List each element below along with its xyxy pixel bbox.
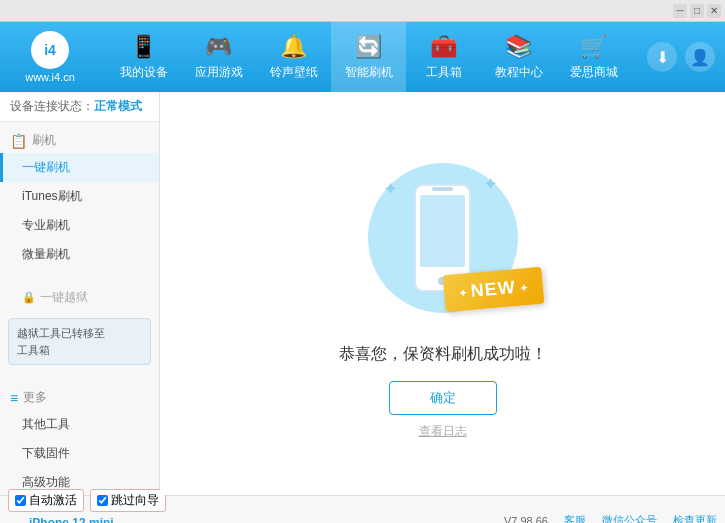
sidebar: 设备连接状态：正常模式 📋 刷机 一键刷机 iTunes刷机 专业刷机 微量刷机…: [0, 92, 160, 495]
footer-right: V7.98.66 客服 微信公众号 检查更新: [504, 513, 717, 523]
download-button[interactable]: ⬇: [647, 42, 677, 72]
check-update-link[interactable]: 检查更新: [673, 513, 717, 523]
sidebar-item-pro-flash[interactable]: 专业刷机: [0, 211, 159, 240]
status-label: 设备连接状态：: [10, 99, 94, 113]
nav-toolbox[interactable]: 🧰 工具箱: [406, 22, 481, 92]
sidebar-item-one-key-flash[interactable]: 一键刷机: [0, 153, 159, 182]
nav-app-games[interactable]: 🎮 应用游戏: [181, 22, 256, 92]
device-details: iPhone 12 mini 64GB Down-12mini-13,1: [29, 516, 114, 523]
sidebar-item-download-firmware[interactable]: 下载固件: [0, 439, 159, 468]
flash-section-icon: 📋: [10, 133, 27, 149]
jailbreak-section: 🔒 一键越狱 越狱工具已转移至工具箱: [0, 277, 159, 371]
checkbox-auto-activate[interactable]: 自动激活: [8, 489, 84, 512]
logo: i4 www.i4.cn: [10, 31, 90, 83]
nav-bar: 📱 我的设备 🎮 应用游戏 🔔 铃声壁纸 🔄 智能刷机 🧰 工具箱 📚 教程中心…: [100, 22, 637, 92]
sidebar-item-other-tools[interactable]: 其他工具: [0, 410, 159, 439]
header: i4 www.i4.cn 📱 我的设备 🎮 应用游戏 🔔 铃声壁纸 🔄 智能刷机…: [0, 22, 725, 92]
flash-section-label: 刷机: [32, 132, 56, 149]
service-link[interactable]: 客服: [564, 513, 586, 523]
more-section-label: 更多: [23, 389, 47, 406]
confirm-button[interactable]: 确定: [389, 381, 497, 415]
device-name: iPhone 12 mini: [29, 516, 114, 523]
new-badge: NEW: [443, 266, 544, 311]
auto-activate-label: 自动激活: [29, 492, 77, 509]
store-icon: 🛒: [580, 34, 607, 60]
close-button[interactable]: ✕: [707, 4, 721, 18]
jailbreak-header: 🔒 一键越狱: [0, 283, 159, 312]
more-section-icon: ≡: [10, 390, 18, 406]
illustration: ✦ ✦ NEW: [353, 148, 533, 328]
wechat-link[interactable]: 微信公众号: [602, 513, 657, 523]
nav-ringtone-label: 铃声壁纸: [270, 64, 318, 81]
checkbox-group: 自动激活 跳过向导: [8, 489, 168, 512]
my-device-icon: 📱: [130, 34, 157, 60]
sidebar-item-itunes-flash[interactable]: iTunes刷机: [0, 182, 159, 211]
nav-my-device-label: 我的设备: [120, 64, 168, 81]
version-label: V7.98.66: [504, 515, 548, 524]
auto-activate-checkbox[interactable]: [15, 495, 26, 506]
footer-area: 自动激活 跳过向导 📱 iPhone 12 mini 64GB Down-12m…: [0, 495, 725, 523]
svg-rect-1: [420, 195, 465, 267]
daily-log-link[interactable]: 查看日志: [419, 423, 467, 440]
sidebar-item-recovery-flash[interactable]: 微量刷机: [0, 240, 159, 269]
flash-section: 📋 刷机 一键刷机 iTunes刷机 专业刷机 微量刷机: [0, 122, 159, 269]
nav-my-device[interactable]: 📱 我的设备: [106, 22, 181, 92]
nav-app-games-label: 应用游戏: [195, 64, 243, 81]
skip-wizard-label: 跳过向导: [111, 492, 159, 509]
smart-flash-icon: 🔄: [355, 34, 382, 60]
logo-icon: i4: [31, 31, 69, 69]
tutorial-icon: 📚: [505, 34, 532, 60]
header-right: ⬇ 👤: [647, 42, 715, 72]
user-button[interactable]: 👤: [685, 42, 715, 72]
maximize-button[interactable]: □: [690, 4, 704, 18]
logo-url: www.i4.cn: [25, 71, 75, 83]
skip-wizard-checkbox[interactable]: [97, 495, 108, 506]
nav-ringtone[interactable]: 🔔 铃声壁纸: [256, 22, 331, 92]
nav-store-label: 爱思商城: [570, 64, 618, 81]
main-area: 设备连接状态：正常模式 📋 刷机 一键刷机 iTunes刷机 专业刷机 微量刷机…: [0, 92, 725, 495]
nav-store[interactable]: 🛒 爱思商城: [556, 22, 631, 92]
nav-smart-flash-label: 智能刷机: [345, 64, 393, 81]
flash-section-header: 📋 刷机: [0, 128, 159, 153]
jailbreak-info: 越狱工具已转移至工具箱: [8, 318, 151, 365]
nav-tutorial-label: 教程中心: [495, 64, 543, 81]
minimize-button[interactable]: ─: [673, 4, 687, 18]
nav-toolbox-label: 工具箱: [426, 64, 462, 81]
footer-left: 自动激活 跳过向导 📱 iPhone 12 mini 64GB Down-12m…: [8, 489, 168, 523]
device-status: 设备连接状态：正常模式: [0, 92, 159, 122]
checkbox-skip-wizard[interactable]: 跳过向导: [90, 489, 166, 512]
success-text: 恭喜您，保资料刷机成功啦！: [339, 344, 547, 365]
toolbox-icon: 🧰: [430, 34, 457, 60]
svg-rect-2: [432, 187, 453, 191]
titlebar: ─ □ ✕: [0, 0, 725, 22]
status-value: 正常模式: [94, 99, 142, 113]
app-games-icon: 🎮: [205, 34, 232, 60]
device-info-row: 📱 iPhone 12 mini 64GB Down-12mini-13,1: [8, 516, 168, 523]
nav-tutorial[interactable]: 📚 教程中心: [481, 22, 556, 92]
ringtone-icon: 🔔: [280, 34, 307, 60]
content-area: ✦ ✦ NEW 恭喜您，保资料刷机成功啦！ 确定 查看日志: [160, 92, 725, 495]
sparkle-tr: ✦: [483, 173, 498, 195]
sparkle-tl: ✦: [383, 178, 398, 200]
lock-icon: 🔒: [22, 291, 36, 304]
nav-smart-flash[interactable]: 🔄 智能刷机: [331, 22, 406, 92]
jailbreak-label: 一键越狱: [40, 289, 88, 306]
more-section-header: ≡ 更多: [0, 385, 159, 410]
more-section: ≡ 更多 其他工具 下载固件 高级功能: [0, 379, 159, 495]
